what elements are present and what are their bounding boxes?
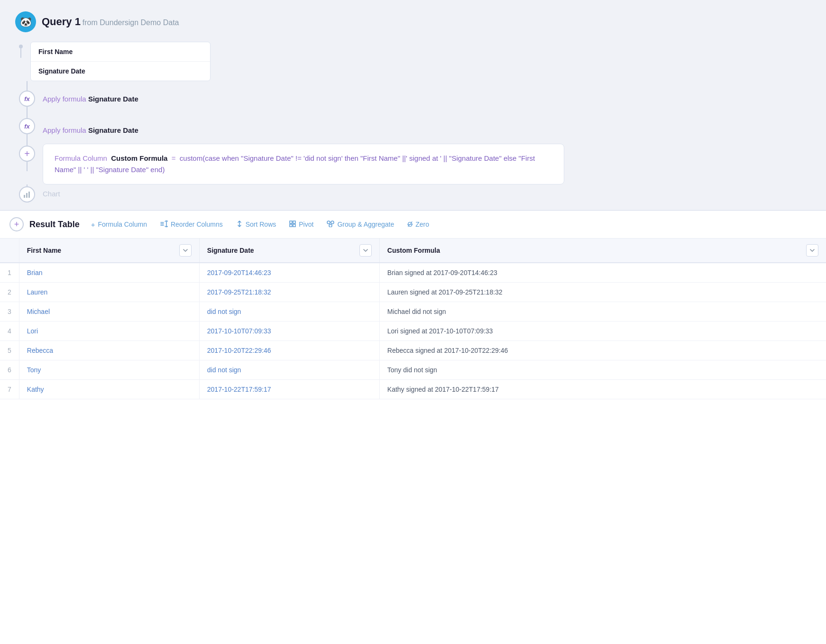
- first-name-cell: Tony: [19, 360, 199, 380]
- row-num-cell: 2: [0, 283, 19, 302]
- result-toolbar: + Result Table + Formula Column Reorder …: [0, 211, 826, 239]
- pivot-icon: [289, 221, 296, 229]
- formula-column-icon: +: [91, 221, 95, 229]
- datasource-box: First Name Signature Date: [30, 42, 211, 81]
- reorder-icon: [160, 221, 168, 229]
- formula-step-2-dot: fx: [19, 118, 35, 134]
- result-area: + Result Table + Formula Column Reorder …: [0, 211, 826, 644]
- custom-formula-cell: Kathy signed at 2017-10-22T17:59:17: [379, 380, 826, 399]
- zero-label: Zero: [415, 221, 429, 228]
- th-first-name-label: First Name: [27, 247, 61, 254]
- svg-rect-0: [24, 195, 25, 198]
- signature-date-cell: did not sign: [199, 360, 379, 380]
- chart-dot: [19, 186, 35, 202]
- table-row: 6 Tony did not sign Tony did not sign: [0, 360, 826, 380]
- zero-button[interactable]: Ø Zero: [402, 218, 435, 231]
- svg-point-9: [329, 224, 332, 227]
- first-name-cell: Michael: [19, 302, 199, 322]
- datasource-field-1: First Name: [31, 42, 210, 62]
- pipeline-area: 🐼 Query 1 from Dundersign Demo Data Firs…: [0, 0, 826, 210]
- table-row: 1 Brian 2017-09-20T14:46:23 Brian signed…: [0, 263, 826, 283]
- pivot-button[interactable]: Pivot: [284, 218, 319, 231]
- signature-date-col-menu[interactable]: [359, 244, 372, 257]
- svg-point-8: [331, 221, 334, 224]
- custom-formula-cell: Brian signed at 2017-09-20T14:46:23: [379, 263, 826, 283]
- formula-column-button[interactable]: + Formula Column: [85, 218, 153, 231]
- custom-formula-cell: Lori signed at 2017-10-10T07:09:33: [379, 322, 826, 341]
- table-row: 5 Rebecca 2017-10-20T22:29:46 Rebecca si…: [0, 341, 826, 360]
- custom-formula-cell: Tony did not sign: [379, 360, 826, 380]
- chart-step-label: Chart: [43, 190, 60, 198]
- row-num-cell: 1: [0, 263, 19, 283]
- first-name-cell: Rebecca: [19, 341, 199, 360]
- signature-date-cell: 2017-10-22T17:59:17: [199, 380, 379, 399]
- signature-date-cell: 2017-10-20T22:29:46: [199, 341, 379, 360]
- table-row: 3 Michael did not sign Michael did not s…: [0, 302, 826, 322]
- custom-formula-cell: Lauren signed at 2017-09-25T21:18:32: [379, 283, 826, 302]
- datasource-field-2: Signature Date: [31, 62, 210, 81]
- query-source: from Dundersign Demo Data: [83, 18, 179, 27]
- svg-rect-2: [28, 192, 30, 198]
- data-table: First Name Signature Date: [0, 239, 826, 399]
- row-num-cell: 5: [0, 341, 19, 360]
- formula-col-text: Formula Column Custom Formula = custom(c…: [55, 154, 535, 174]
- th-signature-date: Signature Date: [199, 239, 379, 263]
- custom-formula-col-menu[interactable]: [806, 244, 818, 257]
- row-num-cell: 6: [0, 360, 19, 380]
- signature-date-cell: 2017-09-25T21:18:32: [199, 283, 379, 302]
- th-custom-formula-label: Custom Formula: [387, 247, 440, 254]
- query-header: 🐼 Query 1 from Dundersign Demo Data: [11, 11, 815, 32]
- svg-rect-4: [293, 221, 295, 223]
- table-row: 7 Kathy 2017-10-22T17:59:17 Kathy signed…: [0, 380, 826, 399]
- formula-col-box: Formula Column Custom Formula = custom(c…: [43, 144, 564, 184]
- th-row-num: [0, 239, 19, 263]
- svg-rect-6: [293, 224, 295, 227]
- sort-icon: [236, 221, 243, 229]
- pipeline-steps: First Name Signature Date fx Apply formu…: [11, 42, 815, 210]
- first-name-col-menu[interactable]: [179, 244, 192, 257]
- first-name-cell: Lori: [19, 322, 199, 341]
- svg-point-7: [327, 221, 330, 224]
- row-num-cell: 4: [0, 322, 19, 341]
- zero-icon: Ø: [407, 221, 413, 228]
- row-num-cell: 7: [0, 380, 19, 399]
- group-aggregate-label: Group & Aggregate: [337, 221, 394, 228]
- signature-date-cell: 2017-09-20T14:46:23: [199, 263, 379, 283]
- result-table-title: Result Table: [29, 220, 80, 230]
- reorder-columns-label: Reorder Columns: [171, 221, 223, 228]
- apply-formula-step-2: Apply formula Signature Date: [43, 126, 138, 134]
- th-first-name: First Name: [19, 239, 199, 263]
- formula-col-dot: +: [19, 146, 35, 162]
- th-custom-formula: Custom Formula: [379, 239, 826, 263]
- add-result-button[interactable]: +: [9, 217, 24, 231]
- group-icon: [327, 221, 334, 229]
- apply-formula-step-1: Apply formula Signature Date: [43, 95, 138, 103]
- signature-date-cell: did not sign: [199, 302, 379, 322]
- reorder-columns-button[interactable]: Reorder Columns: [155, 218, 229, 231]
- query-title-group: Query 1 from Dundersign Demo Data: [42, 16, 179, 28]
- custom-formula-cell: Michael did not sign: [379, 302, 826, 322]
- app-logo: 🐼: [15, 11, 36, 32]
- first-name-cell: Kathy: [19, 380, 199, 399]
- row-num-cell: 3: [0, 302, 19, 322]
- svg-rect-5: [290, 224, 292, 227]
- svg-rect-3: [290, 221, 292, 223]
- app-container: 🐼 Query 1 from Dundersign Demo Data Firs…: [0, 0, 826, 644]
- th-signature-date-label: Signature Date: [207, 247, 254, 254]
- first-name-cell: Lauren: [19, 283, 199, 302]
- table-row: 4 Lori 2017-10-10T07:09:33 Lori signed a…: [0, 322, 826, 341]
- table-row: 2 Lauren 2017-09-25T21:18:32 Lauren sign…: [0, 283, 826, 302]
- custom-formula-cell: Rebecca signed at 2017-10-20T22:29:46: [379, 341, 826, 360]
- group-aggregate-button[interactable]: Group & Aggregate: [321, 218, 400, 231]
- query-title: Query 1: [42, 16, 81, 28]
- svg-rect-1: [26, 193, 28, 198]
- pivot-label: Pivot: [299, 221, 313, 228]
- sort-rows-label: Sort Rows: [246, 221, 276, 228]
- sort-rows-button[interactable]: Sort Rows: [230, 218, 282, 231]
- first-name-cell: Brian: [19, 263, 199, 283]
- formula-step-1-dot: fx: [19, 91, 35, 107]
- signature-date-cell: 2017-10-10T07:09:33: [199, 322, 379, 341]
- formula-column-label: Formula Column: [98, 221, 147, 228]
